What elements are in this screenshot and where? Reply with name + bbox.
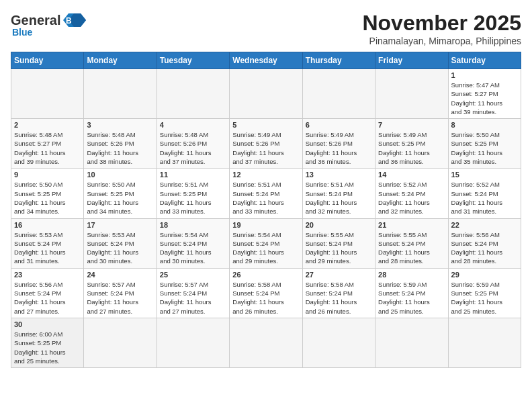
day-info: Sunrise: 5:49 AM Sunset: 5:25 PM Dayligh… <box>378 130 445 166</box>
day-number: 12 <box>232 171 299 179</box>
calendar-cell <box>84 318 157 367</box>
day-info: Sunrise: 5:56 AM Sunset: 5:24 PM Dayligh… <box>14 280 81 316</box>
day-number: 3 <box>87 121 153 129</box>
calendar-week-row: 23Sunrise: 5:56 AM Sunset: 5:24 PM Dayli… <box>11 268 521 318</box>
weekday-header-tuesday: Tuesday <box>157 52 229 69</box>
day-info: Sunrise: 5:51 AM Sunset: 5:25 PM Dayligh… <box>160 180 226 216</box>
title-block: November 2025 Pinamalayan, Mimaropa, Phi… <box>362 11 521 46</box>
day-info: Sunrise: 5:57 AM Sunset: 5:24 PM Dayligh… <box>160 280 226 316</box>
calendar-cell: 1Sunrise: 5:47 AM Sunset: 5:27 PM Daylig… <box>448 69 521 119</box>
day-info: Sunrise: 5:53 AM Sunset: 5:24 PM Dayligh… <box>87 230 153 266</box>
calendar-cell <box>11 69 84 119</box>
day-number: 24 <box>87 271 153 279</box>
day-number: 23 <box>14 271 81 279</box>
day-info: Sunrise: 5:50 AM Sunset: 5:25 PM Dayligh… <box>87 180 153 216</box>
day-info: Sunrise: 5:59 AM Sunset: 5:25 PM Dayligh… <box>451 280 518 316</box>
day-number: 26 <box>232 271 299 279</box>
logo-icon: B <box>62 11 86 30</box>
calendar-cell: 29Sunrise: 5:59 AM Sunset: 5:25 PM Dayli… <box>448 268 521 318</box>
day-number: 8 <box>451 121 518 129</box>
day-info: Sunrise: 5:56 AM Sunset: 5:24 PM Dayligh… <box>451 230 518 266</box>
day-number: 29 <box>451 271 518 279</box>
day-number: 6 <box>306 121 372 129</box>
day-info: Sunrise: 5:50 AM Sunset: 5:25 PM Dayligh… <box>14 180 81 216</box>
calendar-cell: 28Sunrise: 5:59 AM Sunset: 5:24 PM Dayli… <box>375 268 448 318</box>
day-number: 4 <box>160 121 226 129</box>
calendar-cell: 16Sunrise: 5:53 AM Sunset: 5:24 PM Dayli… <box>11 218 84 268</box>
day-number: 11 <box>160 171 226 179</box>
calendar-cell: 9Sunrise: 5:50 AM Sunset: 5:25 PM Daylig… <box>11 169 84 218</box>
month-title: November 2025 <box>362 11 521 36</box>
calendar-cell: 20Sunrise: 5:55 AM Sunset: 5:24 PM Dayli… <box>302 218 375 268</box>
calendar-cell: 30Sunrise: 6:00 AM Sunset: 5:25 PM Dayli… <box>11 318 84 367</box>
logo: General B Blue <box>11 11 86 38</box>
day-info: Sunrise: 6:00 AM Sunset: 5:25 PM Dayligh… <box>14 330 81 365</box>
calendar-cell: 22Sunrise: 5:56 AM Sunset: 5:24 PM Dayli… <box>448 218 521 268</box>
day-info: Sunrise: 5:49 AM Sunset: 5:26 PM Dayligh… <box>306 130 372 166</box>
day-info: Sunrise: 5:54 AM Sunset: 5:24 PM Dayligh… <box>160 230 226 266</box>
calendar-cell: 24Sunrise: 5:57 AM Sunset: 5:24 PM Dayli… <box>84 268 157 318</box>
day-info: Sunrise: 5:52 AM Sunset: 5:24 PM Dayligh… <box>451 180 518 216</box>
svg-text:B: B <box>66 16 72 26</box>
calendar-cell <box>302 318 375 367</box>
calendar-cell: 25Sunrise: 5:57 AM Sunset: 5:24 PM Dayli… <box>157 268 229 318</box>
day-number: 20 <box>306 221 372 229</box>
logo-blue-text: Blue <box>12 27 32 38</box>
day-number: 16 <box>14 221 81 229</box>
day-number: 30 <box>14 320 81 328</box>
calendar-cell <box>302 69 375 119</box>
calendar-cell: 4Sunrise: 5:48 AM Sunset: 5:26 PM Daylig… <box>157 119 229 169</box>
calendar-cell: 15Sunrise: 5:52 AM Sunset: 5:24 PM Dayli… <box>448 169 521 218</box>
day-info: Sunrise: 5:52 AM Sunset: 5:24 PM Dayligh… <box>378 180 445 216</box>
day-number: 13 <box>306 171 372 179</box>
day-info: Sunrise: 5:51 AM Sunset: 5:24 PM Dayligh… <box>232 180 299 216</box>
calendar-cell: 11Sunrise: 5:51 AM Sunset: 5:25 PM Dayli… <box>157 169 229 218</box>
day-number: 27 <box>306 271 372 279</box>
day-number: 5 <box>232 121 299 129</box>
weekday-header-thursday: Thursday <box>302 52 375 69</box>
day-number: 28 <box>378 271 445 279</box>
day-number: 7 <box>378 121 445 129</box>
day-info: Sunrise: 5:59 AM Sunset: 5:24 PM Dayligh… <box>378 280 445 316</box>
calendar-cell <box>230 318 302 367</box>
day-info: Sunrise: 5:50 AM Sunset: 5:25 PM Dayligh… <box>451 130 518 166</box>
calendar-cell: 23Sunrise: 5:56 AM Sunset: 5:24 PM Dayli… <box>11 268 84 318</box>
calendar-cell: 3Sunrise: 5:48 AM Sunset: 5:26 PM Daylig… <box>84 119 157 169</box>
weekday-header-sunday: Sunday <box>11 52 84 69</box>
day-info: Sunrise: 5:48 AM Sunset: 5:27 PM Dayligh… <box>14 130 81 166</box>
day-info: Sunrise: 5:57 AM Sunset: 5:24 PM Dayligh… <box>87 280 153 316</box>
calendar-cell: 2Sunrise: 5:48 AM Sunset: 5:27 PM Daylig… <box>11 119 84 169</box>
day-info: Sunrise: 5:47 AM Sunset: 5:27 PM Dayligh… <box>451 81 518 116</box>
calendar-cell: 27Sunrise: 5:58 AM Sunset: 5:24 PM Dayli… <box>302 268 375 318</box>
calendar-cell: 7Sunrise: 5:49 AM Sunset: 5:25 PM Daylig… <box>375 119 448 169</box>
calendar-cell <box>230 69 302 119</box>
day-info: Sunrise: 5:58 AM Sunset: 5:24 PM Dayligh… <box>232 280 299 316</box>
day-number: 2 <box>14 121 81 129</box>
day-info: Sunrise: 5:51 AM Sunset: 5:24 PM Dayligh… <box>306 180 372 216</box>
day-info: Sunrise: 5:48 AM Sunset: 5:26 PM Dayligh… <box>160 130 226 166</box>
day-number: 15 <box>451 171 518 179</box>
calendar-cell: 10Sunrise: 5:50 AM Sunset: 5:25 PM Dayli… <box>84 169 157 218</box>
day-number: 21 <box>378 221 445 229</box>
day-number: 18 <box>160 221 226 229</box>
day-number: 14 <box>378 171 445 179</box>
calendar-cell: 17Sunrise: 5:53 AM Sunset: 5:24 PM Dayli… <box>84 218 157 268</box>
day-info: Sunrise: 5:53 AM Sunset: 5:24 PM Dayligh… <box>14 230 81 266</box>
calendar-cell: 21Sunrise: 5:55 AM Sunset: 5:24 PM Dayli… <box>375 218 448 268</box>
day-info: Sunrise: 5:55 AM Sunset: 5:24 PM Dayligh… <box>378 230 445 266</box>
calendar-week-row: 9Sunrise: 5:50 AM Sunset: 5:25 PM Daylig… <box>11 169 521 218</box>
calendar-cell <box>448 318 521 367</box>
day-number: 17 <box>87 221 153 229</box>
calendar-cell: 5Sunrise: 5:49 AM Sunset: 5:26 PM Daylig… <box>230 119 302 169</box>
day-number: 22 <box>451 221 518 229</box>
day-info: Sunrise: 5:55 AM Sunset: 5:24 PM Dayligh… <box>306 230 372 266</box>
calendar-cell <box>84 69 157 119</box>
day-info: Sunrise: 5:49 AM Sunset: 5:26 PM Dayligh… <box>232 130 299 166</box>
calendar-week-row: 2Sunrise: 5:48 AM Sunset: 5:27 PM Daylig… <box>11 119 521 169</box>
calendar-cell: 26Sunrise: 5:58 AM Sunset: 5:24 PM Dayli… <box>230 268 302 318</box>
day-number: 10 <box>87 171 153 179</box>
day-number: 19 <box>232 221 299 229</box>
calendar-week-row: 1Sunrise: 5:47 AM Sunset: 5:27 PM Daylig… <box>11 69 521 119</box>
weekday-header-wednesday: Wednesday <box>230 52 302 69</box>
day-number: 1 <box>451 71 518 79</box>
